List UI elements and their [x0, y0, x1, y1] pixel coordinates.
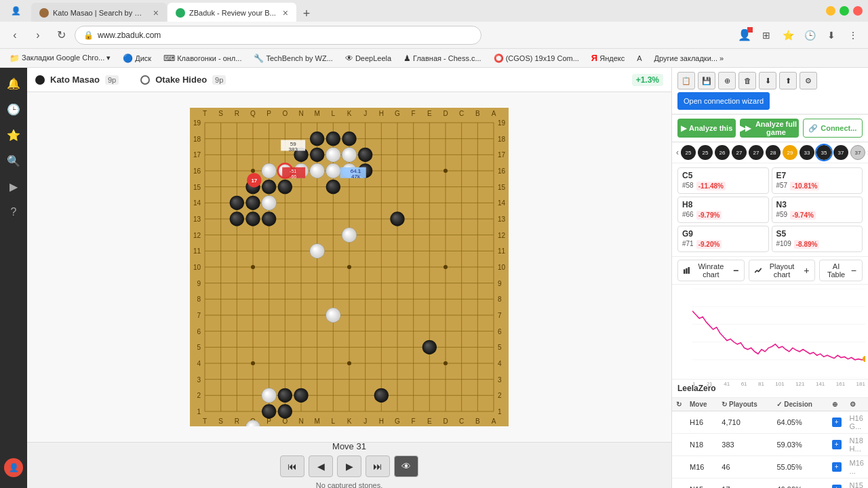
address-bar[interactable]: 🔒 www.zbaduk.com [75, 26, 481, 45]
th-refresh[interactable]: ↻ [672, 398, 686, 411]
tab-1[interactable]: Kato Masao | Search by Pl... × [31, 3, 167, 23]
save-button[interactable]: 💾 [698, 72, 715, 89]
copy-button[interactable]: ⊕ [718, 72, 736, 89]
first-move-button[interactable]: ⏮ [280, 455, 304, 477]
table-row[interactable]: M16 46 55.05% + M16 ... [672, 456, 868, 479]
moves-table[interactable]: ↻ Move ↻ Playouts ✓ Decision ⊕ ⚙ [672, 398, 868, 488]
table-row[interactable]: N18 383 59.03% + N18 H... [672, 434, 868, 456]
go-board[interactable] [190, 108, 509, 426]
th-plus1[interactable]: ⊕ [828, 398, 846, 411]
extensions-button[interactable]: ⊞ [757, 26, 776, 45]
sidebar-search[interactable]: 🔍 [3, 150, 24, 171]
suggestion-n3[interactable]: N3 #59 -9.74% [772, 197, 863, 223]
bookmark-deepleela[interactable]: 👁 DeepLeela [341, 52, 395, 64]
maximize-button[interactable] [840, 6, 849, 16]
bookmark-button[interactable]: ⭐ [778, 26, 797, 45]
th-decision[interactable]: ✓ Decision [772, 398, 827, 411]
settings-button[interactable]: ⚙ [800, 72, 817, 89]
bookmark-techbench[interactable]: 🔧 TechBench by WZ... [250, 52, 336, 64]
move-circle-10[interactable]: 37 [833, 145, 848, 160]
history-button[interactable]: 🕒 [800, 26, 819, 45]
row-n15-plus[interactable]: + [828, 479, 846, 489]
bookmark-label: (CGOS) 19x19 Com... [506, 54, 579, 62]
move-circle-2[interactable]: 25 [698, 145, 713, 160]
sidebar-history[interactable]: 🕒 [3, 99, 24, 119]
clipboard-button[interactable]: 📋 [677, 72, 695, 89]
suggestion-g9[interactable]: G9 #71 -9.20% [677, 226, 769, 252]
sidebar-notifications[interactable]: 🔔 [3, 73, 24, 94]
forward-button[interactable]: › [28, 26, 47, 45]
bookmark-a[interactable]: А [633, 53, 646, 64]
winrate-chart-button[interactable]: Winrate chart − [677, 260, 745, 281]
suggestion-h8[interactable]: H8 #66 -9.79% [677, 197, 769, 223]
table-row[interactable]: N15 17 46.96% + N15 H... [672, 479, 868, 489]
row-n18-plus[interactable]: + [828, 434, 846, 456]
ai-table-button[interactable]: AI Table − [819, 260, 863, 281]
suggestion-s5[interactable]: S5 #109 -8.89% [772, 226, 863, 252]
close-button[interactable] [853, 6, 863, 16]
table-head: ↻ Move ↻ Playouts ✓ Decision ⊕ ⚙ [672, 398, 868, 411]
move-circle-9[interactable]: 35 [816, 145, 831, 160]
sidebar-help[interactable]: ? [3, 202, 24, 222]
row-m16-plus[interactable]: + [828, 456, 846, 479]
th-gear[interactable]: ⚙ [846, 398, 868, 411]
bookmark-yandex[interactable]: Я Яндекс [587, 52, 629, 64]
analyze-this-button[interactable]: ▶ Analyze this [677, 119, 736, 138]
tab-2[interactable]: ZBaduk - Review your B... × [167, 3, 296, 23]
move-circle-7[interactable]: 29 [783, 145, 797, 160]
sidebar-play[interactable]: ▶ [3, 176, 24, 197]
next-move-button[interactable]: ▶ [337, 455, 361, 477]
move-circle-8[interactable]: 33 [800, 145, 814, 160]
suggestion-e7[interactable]: E7 #57 -10.81% [772, 167, 863, 194]
browser-frame: 👤 Kato Masao | Search by Pl... × ZBaduk … [0, 0, 868, 488]
minimize-button[interactable] [826, 6, 835, 16]
suggestion-h8-num: #66 [682, 211, 694, 220]
move-circle-1[interactable]: 25 [681, 145, 696, 160]
row-h16-plus[interactable]: + [828, 411, 846, 434]
bookmark-disk[interactable]: 🔵 Диск [119, 52, 155, 64]
board-container[interactable] [27, 92, 671, 442]
bookmark-label: DeepLeela [355, 54, 391, 62]
move-circle-4[interactable]: 27 [732, 145, 747, 160]
open-wizard-button[interactable]: Open connection wizard [677, 92, 770, 110]
winrate-chart: 60 50 40 30 20 10 1 21 41 61 [672, 285, 868, 380]
chart-toolbar: Winrate chart − Playout chart + AI Table… [672, 257, 868, 285]
scroll-left[interactable]: ‹ [676, 148, 679, 157]
move-circle-11[interactable]: 37 [850, 145, 865, 160]
delete-button[interactable]: 🗑 [738, 72, 756, 89]
connect-button[interactable]: 🔗 Connect... [803, 119, 863, 138]
bookmark-chess[interactable]: ♟ Главная - Chess.c... [399, 52, 486, 64]
sidebar-favorites[interactable]: ⭐ [3, 125, 24, 145]
download-button[interactable]: ⬇ [759, 72, 776, 89]
playout-icon [755, 266, 762, 274]
move-circle-6[interactable]: 28 [766, 145, 781, 160]
th-move[interactable]: Move [686, 398, 717, 411]
ai-table-minus: − [851, 265, 856, 276]
profile-icon[interactable]: 👤 [5, 1, 26, 21]
downloads-button[interactable]: ⬇ [822, 26, 841, 45]
move-circle-3[interactable]: 26 [715, 145, 730, 160]
analyze-full-button[interactable]: ▶▶ Analyze full game [740, 119, 798, 138]
refresh-button[interactable]: ↻ [52, 26, 71, 45]
x-label-1: 1 [692, 381, 695, 387]
tab-1-close[interactable]: × [153, 7, 159, 18]
bookmark-more[interactable]: Другие закладки... » [650, 53, 728, 64]
tab-2-close[interactable]: × [283, 7, 288, 18]
last-move-button[interactable]: ⏭ [366, 455, 390, 477]
upload-button[interactable]: ⬆ [779, 72, 797, 89]
move-circle-5[interactable]: 27 [749, 145, 764, 160]
new-tab-button[interactable]: + [297, 4, 316, 23]
profile-nav-button[interactable]: 👤 [735, 26, 754, 45]
bookmark-klavogonki[interactable]: ⌨ Клавогонки - онл... [159, 52, 245, 64]
bookmark-cgos[interactable]: ⭕ (CGOS) 19x19 Com... [490, 52, 583, 64]
prev-move-button[interactable]: ◀ [309, 455, 333, 477]
user-avatar[interactable]: 👤 [4, 458, 23, 477]
bookmark-folders[interactable]: 📁 Закладки Google Chro... ▾ [5, 52, 115, 64]
menu-button[interactable]: ⋮ [844, 26, 863, 45]
eye-button[interactable]: 👁 [394, 455, 418, 477]
th-playouts[interactable]: ↻ Playouts [717, 398, 772, 411]
table-row[interactable]: H16 4,710 64.05% + H16 G... [672, 411, 868, 434]
playout-chart-button[interactable]: Playout chart + [749, 260, 815, 281]
back-button[interactable]: ‹ [5, 26, 24, 45]
suggestion-c5[interactable]: C5 #58 -11.48% [677, 167, 769, 194]
